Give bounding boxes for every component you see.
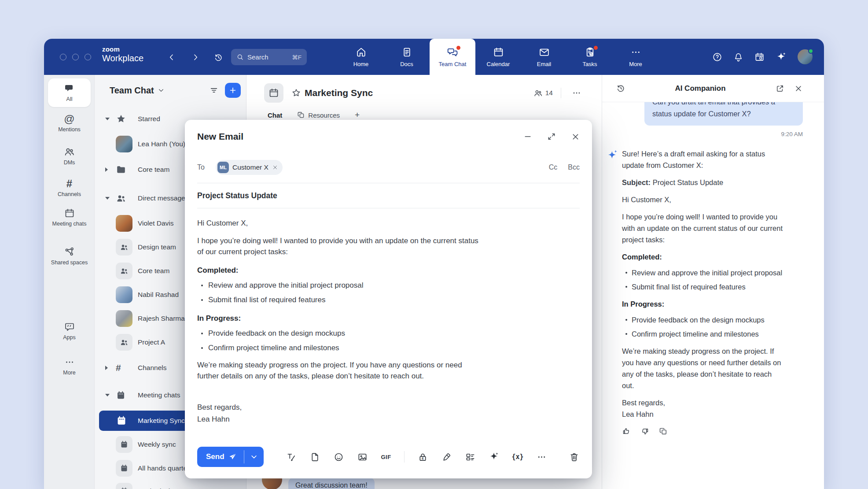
chat-list-title[interactable]: Team Chat bbox=[110, 85, 154, 96]
caret-right-icon[interactable] bbox=[105, 167, 108, 172]
tasks-badge bbox=[593, 45, 599, 51]
desktop: zoom Workplace Search ⌘F Home Docs bbox=[0, 0, 868, 489]
minimize-window-button[interactable] bbox=[72, 54, 79, 60]
emoji-button[interactable] bbox=[333, 451, 344, 463]
template-button[interactable] bbox=[464, 451, 476, 463]
rail-item-dms[interactable]: DMs bbox=[44, 146, 95, 167]
copy-icon bbox=[659, 427, 668, 436]
ai-history-button[interactable] bbox=[614, 82, 627, 95]
minimize-modal-button[interactable] bbox=[522, 130, 534, 143]
close-icon bbox=[794, 84, 803, 93]
chat-row-lea-rajesh[interactable]: Lea/Rajesh 1:1 bbox=[99, 481, 244, 489]
window-controls bbox=[60, 54, 91, 60]
nav-more[interactable]: More bbox=[613, 39, 658, 75]
ai-popout-button[interactable] bbox=[774, 82, 786, 95]
signature-button[interactable] bbox=[441, 451, 452, 463]
nav-home[interactable]: Home bbox=[338, 39, 384, 75]
insert-image-button[interactable] bbox=[357, 451, 368, 463]
format-text-button[interactable] bbox=[285, 451, 297, 463]
shared-spaces-icon bbox=[64, 247, 75, 257]
search-input[interactable]: Search ⌘F bbox=[231, 49, 307, 65]
filter-icon bbox=[209, 85, 219, 95]
group-avatar bbox=[116, 239, 132, 256]
calendar-quick-button[interactable] bbox=[754, 52, 765, 62]
send-button[interactable]: Send bbox=[197, 447, 244, 467]
nav-email[interactable]: Email bbox=[521, 39, 567, 75]
gif-button[interactable]: GIF bbox=[380, 451, 392, 463]
back-button[interactable] bbox=[166, 51, 178, 63]
email-body-editor[interactable]: Hi Customer X, I hope you’re doing well!… bbox=[197, 218, 479, 431]
caret-down-icon[interactable] bbox=[105, 394, 110, 396]
message-bubble: Great discussion team! bbox=[288, 478, 375, 489]
to-field[interactable]: To ML Customer X Cc Bcc bbox=[197, 159, 580, 176]
rail-item-meeting-chats[interactable]: Meeting chats bbox=[44, 208, 95, 228]
variables-icon: {x} bbox=[512, 453, 524, 461]
nav-team-chat[interactable]: Team Chat bbox=[430, 39, 475, 75]
rail-item-more[interactable]: More bbox=[44, 357, 95, 377]
bell-icon bbox=[733, 52, 743, 62]
thumbs-down-icon bbox=[640, 427, 649, 436]
profile-avatar[interactable] bbox=[798, 49, 813, 64]
image-icon bbox=[357, 452, 368, 462]
modal-window-controls bbox=[522, 130, 581, 143]
variables-button[interactable]: {x} bbox=[512, 451, 523, 463]
chevron-down-icon[interactable] bbox=[158, 87, 165, 94]
ai-companion-button[interactable] bbox=[776, 52, 787, 63]
rail-item-all[interactable]: All bbox=[48, 78, 91, 107]
discard-draft-button[interactable] bbox=[568, 451, 580, 463]
divider bbox=[404, 451, 405, 463]
forward-button[interactable] bbox=[189, 51, 202, 63]
remove-recipient-button[interactable] bbox=[272, 164, 278, 170]
ai-close-button[interactable] bbox=[792, 82, 805, 95]
send-button-group: Send bbox=[197, 447, 264, 467]
nav-calendar[interactable]: Calendar bbox=[475, 39, 521, 75]
help-button[interactable] bbox=[712, 52, 722, 62]
calendar-filled-icon bbox=[120, 487, 129, 489]
ai-compose-button[interactable] bbox=[488, 451, 500, 463]
search-icon bbox=[236, 53, 244, 61]
rail-item-channels[interactable]: # Channels bbox=[44, 178, 95, 198]
avatar bbox=[116, 136, 132, 152]
compose-toolbar: Send GIF {x} bbox=[197, 446, 580, 468]
nav-docs[interactable]: Docs bbox=[384, 39, 430, 75]
subject-field[interactable]: Project Status Update bbox=[197, 183, 580, 208]
navbar-right bbox=[712, 39, 813, 75]
apps-icon bbox=[64, 322, 75, 332]
pen-icon bbox=[441, 452, 452, 462]
caret-down-icon[interactable] bbox=[105, 118, 110, 120]
toolbar-more-button[interactable] bbox=[536, 451, 547, 463]
chevron-down-icon bbox=[250, 453, 258, 461]
rail-item-shared-spaces[interactable]: Shared spaces bbox=[44, 247, 95, 267]
people-filled-icon bbox=[120, 267, 129, 275]
nav-tasks[interactable]: Tasks bbox=[567, 39, 613, 75]
attach-file-button[interactable] bbox=[309, 451, 320, 463]
home-icon bbox=[356, 47, 367, 58]
history-button[interactable] bbox=[212, 51, 224, 63]
caret-right-icon[interactable] bbox=[105, 366, 108, 370]
copy-button[interactable] bbox=[659, 427, 668, 436]
expand-modal-button[interactable] bbox=[545, 130, 558, 143]
recipient-chip[interactable]: ML Customer X bbox=[216, 160, 283, 175]
people-filled-icon bbox=[120, 338, 129, 347]
rail-item-mentions[interactable]: @ Mentions bbox=[44, 114, 95, 133]
avatar bbox=[116, 310, 132, 327]
send-options-button[interactable] bbox=[244, 447, 264, 467]
thumbs-down-button[interactable] bbox=[640, 427, 649, 436]
file-icon bbox=[310, 452, 320, 462]
thumbs-up-button[interactable] bbox=[622, 427, 631, 436]
close-window-button[interactable] bbox=[60, 54, 66, 60]
more-dots-icon bbox=[537, 452, 547, 462]
hash-icon: # bbox=[116, 363, 121, 373]
rail-item-apps[interactable]: Apps bbox=[44, 322, 95, 341]
caret-down-icon[interactable] bbox=[105, 197, 110, 200]
ai-response: Sure! Here’s a draft email asking for a … bbox=[622, 148, 803, 436]
close-modal-button[interactable] bbox=[569, 130, 581, 143]
cc-button[interactable]: Cc bbox=[549, 163, 558, 171]
expand-icon bbox=[547, 132, 556, 141]
maximize-window-button[interactable] bbox=[85, 54, 91, 60]
notifications-button[interactable] bbox=[733, 52, 743, 62]
filter-button[interactable] bbox=[206, 83, 221, 98]
new-chat-button[interactable] bbox=[225, 83, 241, 98]
bcc-button[interactable]: Bcc bbox=[568, 163, 580, 171]
encrypt-button[interactable] bbox=[417, 451, 428, 463]
